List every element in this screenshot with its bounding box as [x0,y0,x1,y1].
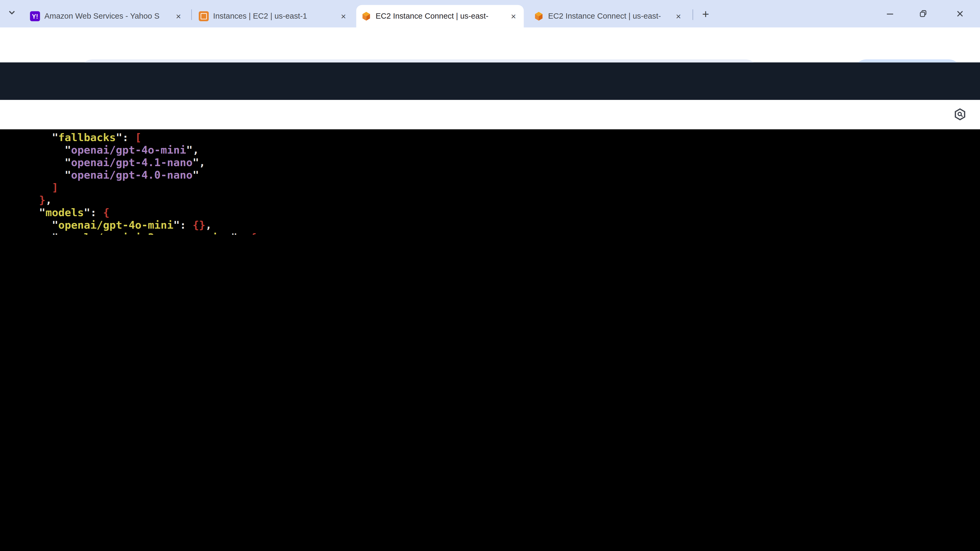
terminal-line: "openai/gpt-4.0-nano" [26,169,346,181]
tab-search-icon[interactable] [8,8,16,17]
screen: Y! Amazon Web Services - Yahoo S × Insta… [0,0,980,235]
tab-close-icon[interactable]: × [508,11,519,22]
window-close-button[interactable] [950,4,971,23]
tab-divider [191,9,192,20]
tab-close-icon[interactable]: × [173,11,184,22]
ssh-terminal[interactable]: "fallbacks": [ "openai/gpt-4o-mini", "op… [0,129,980,235]
new-tab-button[interactable]: + [698,7,713,22]
browser-toolbar: us-east-1.console.aws.amazon.com/ec2-ins… [0,27,980,62]
window-minimize-button[interactable] [879,4,900,23]
tab-close-icon[interactable]: × [338,11,349,22]
tab-divider [692,9,693,20]
terminal-line: "google/gemini-3-pro-preview": { [26,231,346,235]
amazon-q-launcher-icon[interactable] [954,108,966,121]
terminal-line: "fallbacks": [ [26,131,346,144]
browser-tab-strip: Y! Amazon Web Services - Yahoo S × Insta… [0,0,980,27]
terminal-line: }, [26,194,346,206]
tab-ec2-instances[interactable]: Instances | EC2 | us-east-1 × [194,5,354,27]
terminal-line: ] [26,181,346,194]
terminal-line: "openai/gpt-4o-mini": {}, [26,219,346,231]
aws-cube-favicon [361,11,371,21]
ec2-favicon [199,11,209,21]
terminal-line: "openai/gpt-4o-mini", [26,144,346,156]
tab-instance-connect-2[interactable]: EC2 Instance Connect | us-east- × [529,5,689,27]
window-restore-button[interactable] [913,4,934,23]
aws-console-header: aws Search [Alt+S] >_ ? United States (N… [0,62,980,100]
tab-close-icon[interactable]: × [673,11,684,22]
yahoo-favicon: Y! [30,11,40,21]
tab-title: EC2 Instance Connect | us-east- [548,12,669,21]
tab-title: Amazon Web Services - Yahoo S [45,12,169,21]
tab-instance-connect-active[interactable]: EC2 Instance Connect | us-east- × [356,5,524,27]
terminal-line: "models": { [26,206,346,219]
terminal-line: "openai/gpt-4.1-nano", [26,156,346,169]
terminal-content: "fallbacks": [ "openai/gpt-4o-mini", "op… [26,131,346,235]
tab-title: EC2 Instance Connect | us-east- [376,12,504,21]
aws-cube-favicon [534,11,544,21]
tab-title: Instances | EC2 | us-east-1 [213,12,334,21]
page-sub-header [0,100,980,129]
tab-yahoo[interactable]: Y! Amazon Web Services - Yahoo S × [25,5,189,27]
